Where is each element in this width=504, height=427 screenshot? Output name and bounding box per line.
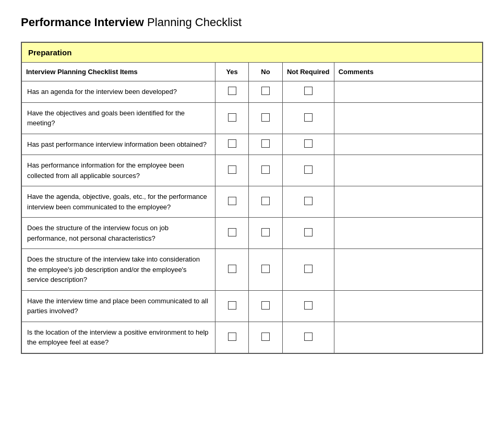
not-required-checkbox-box-7[interactable] bbox=[304, 265, 313, 273]
no-checkbox-box-1[interactable] bbox=[261, 87, 270, 95]
column-header-not-required: Not Required bbox=[282, 63, 334, 81]
no-checkbox-6[interactable] bbox=[249, 218, 282, 249]
yes-checkbox-2[interactable] bbox=[215, 102, 248, 134]
column-header-comments: Comments bbox=[334, 63, 483, 81]
table-row: Has an agenda for the interview been dev… bbox=[21, 81, 483, 103]
comments-cell-2 bbox=[334, 102, 483, 134]
item-text-8: Have the interview time and place been c… bbox=[21, 290, 215, 322]
item-text-7: Does the structure of the interview take… bbox=[21, 249, 215, 291]
comments-cell-5 bbox=[334, 186, 483, 218]
yes-checkbox-box-4[interactable] bbox=[228, 165, 236, 174]
comments-cell-6 bbox=[334, 218, 483, 249]
item-text-6: Does the structure of the interview focu… bbox=[21, 218, 215, 249]
not-required-checkbox-9[interactable] bbox=[282, 322, 334, 353]
comments-cell-7 bbox=[334, 249, 483, 291]
yes-checkbox-box-6[interactable] bbox=[228, 228, 236, 236]
no-checkbox-box-5[interactable] bbox=[261, 197, 270, 205]
not-required-checkbox-box-9[interactable] bbox=[304, 333, 313, 341]
not-required-checkbox-6[interactable] bbox=[282, 218, 334, 249]
table-row: Have the objectives and goals been ident… bbox=[21, 102, 483, 134]
not-required-checkbox-box-4[interactable] bbox=[304, 165, 313, 174]
no-checkbox-4[interactable] bbox=[249, 155, 282, 186]
not-required-checkbox-2[interactable] bbox=[282, 102, 334, 134]
yes-checkbox-box-2[interactable] bbox=[228, 113, 236, 122]
yes-checkbox-9[interactable] bbox=[215, 322, 248, 353]
item-text-5: Have the agenda, objective, goals, etc.,… bbox=[21, 186, 215, 218]
no-checkbox-box-4[interactable] bbox=[261, 165, 270, 174]
checklist-table: Preparation Interview Planning Checklist… bbox=[21, 42, 483, 354]
not-required-checkbox-box-3[interactable] bbox=[304, 139, 313, 148]
not-required-checkbox-3[interactable] bbox=[282, 134, 334, 155]
column-header-no: No bbox=[249, 63, 282, 81]
item-text-4: Has performance information for the empl… bbox=[21, 155, 215, 186]
table-row: Is the location of the interview a posit… bbox=[21, 322, 483, 353]
not-required-checkbox-box-1[interactable] bbox=[304, 87, 313, 95]
not-required-checkbox-box-8[interactable] bbox=[304, 301, 313, 310]
not-required-checkbox-box-5[interactable] bbox=[304, 197, 313, 205]
not-required-checkbox-5[interactable] bbox=[282, 186, 334, 218]
not-required-checkbox-box-2[interactable] bbox=[304, 113, 313, 122]
table-row: Have the interview time and place been c… bbox=[21, 290, 483, 322]
item-text-1: Has an agenda for the interview been dev… bbox=[21, 81, 215, 103]
no-checkbox-box-9[interactable] bbox=[261, 333, 270, 341]
yes-checkbox-box-3[interactable] bbox=[228, 139, 236, 148]
comments-cell-8 bbox=[334, 290, 483, 322]
not-required-checkbox-8[interactable] bbox=[282, 290, 334, 322]
not-required-checkbox-7[interactable] bbox=[282, 249, 334, 291]
no-checkbox-box-8[interactable] bbox=[261, 301, 270, 310]
item-text-2: Have the objectives and goals been ident… bbox=[21, 102, 215, 134]
no-checkbox-box-3[interactable] bbox=[261, 139, 270, 148]
section-header: Preparation bbox=[21, 42, 483, 63]
yes-checkbox-box-7[interactable] bbox=[228, 265, 236, 273]
column-header-yes: Yes bbox=[215, 63, 248, 81]
yes-checkbox-5[interactable] bbox=[215, 186, 248, 218]
no-checkbox-3[interactable] bbox=[249, 134, 282, 155]
not-required-checkbox-4[interactable] bbox=[282, 155, 334, 186]
table-row: Have the agenda, objective, goals, etc.,… bbox=[21, 186, 483, 218]
comments-cell-3 bbox=[334, 134, 483, 155]
yes-checkbox-8[interactable] bbox=[215, 290, 248, 322]
no-checkbox-5[interactable] bbox=[249, 186, 282, 218]
table-row: Has past performance interview informati… bbox=[21, 134, 483, 155]
yes-checkbox-3[interactable] bbox=[215, 134, 248, 155]
no-checkbox-7[interactable] bbox=[249, 249, 282, 291]
no-checkbox-2[interactable] bbox=[249, 102, 282, 134]
no-checkbox-box-6[interactable] bbox=[261, 228, 270, 236]
yes-checkbox-box-1[interactable] bbox=[228, 87, 236, 95]
column-header-item: Interview Planning Checklist Items bbox=[21, 63, 215, 81]
item-text-3: Has past performance interview informati… bbox=[21, 134, 215, 155]
item-text-9: Is the location of the interview a posit… bbox=[21, 322, 215, 353]
no-checkbox-1[interactable] bbox=[249, 81, 282, 103]
yes-checkbox-4[interactable] bbox=[215, 155, 248, 186]
yes-checkbox-1[interactable] bbox=[215, 81, 248, 103]
yes-checkbox-6[interactable] bbox=[215, 218, 248, 249]
table-row: Does the structure of the interview focu… bbox=[21, 218, 483, 249]
not-required-checkbox-box-6[interactable] bbox=[304, 228, 313, 236]
yes-checkbox-box-8[interactable] bbox=[228, 301, 236, 310]
comments-cell-9 bbox=[334, 322, 483, 353]
not-required-checkbox-1[interactable] bbox=[282, 81, 334, 103]
yes-checkbox-7[interactable] bbox=[215, 249, 248, 291]
page-title: Performance Interview Planning Checklist bbox=[21, 16, 483, 29]
comments-cell-4 bbox=[334, 155, 483, 186]
table-row: Does the structure of the interview take… bbox=[21, 249, 483, 291]
yes-checkbox-box-5[interactable] bbox=[228, 197, 236, 205]
no-checkbox-9[interactable] bbox=[249, 322, 282, 353]
no-checkbox-box-2[interactable] bbox=[261, 113, 270, 122]
yes-checkbox-box-9[interactable] bbox=[228, 333, 236, 341]
no-checkbox-8[interactable] bbox=[249, 290, 282, 322]
no-checkbox-box-7[interactable] bbox=[261, 265, 270, 273]
comments-cell-1 bbox=[334, 81, 483, 103]
table-row: Has performance information for the empl… bbox=[21, 155, 483, 186]
